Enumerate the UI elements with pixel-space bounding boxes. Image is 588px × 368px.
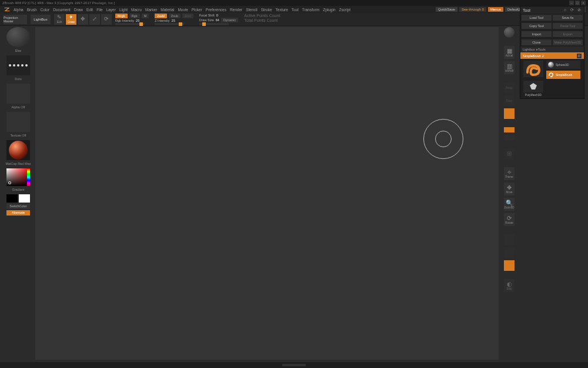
title-bar: ZBrush 4R8 P2 [CTL] 4R8 - Max 3 [Copyrig… (0, 0, 588, 6)
zadd-toggle[interactable]: Zadd (155, 14, 167, 18)
brush-swatch[interactable] (6, 27, 30, 47)
menu-transform[interactable]: Transform (300, 8, 321, 12)
menu-color[interactable]: Color (39, 8, 52, 12)
z-intensity-slider[interactable] (155, 23, 184, 25)
stroke-swatch[interactable] (6, 55, 30, 75)
move-nav-button[interactable]: ✥Move (504, 183, 514, 195)
zoom3d-button[interactable]: 🔍Zoom3D (504, 198, 514, 211)
seethrough-slider[interactable]: See-through 0 (459, 7, 486, 12)
frame-button[interactable]: ✧Frame (504, 167, 514, 180)
primary-color-swatch[interactable] (19, 194, 30, 203)
aahalf-button[interactable]: ▥AAHalf (504, 61, 514, 74)
color-picker[interactable] (6, 168, 30, 186)
simplebrush-mini-thumb[interactable]: SimpleBrush (546, 71, 580, 79)
window-close-icon[interactable]: × (581, 1, 586, 5)
local-button[interactable] (504, 108, 514, 119)
grid-button[interactable]: ⊞ (504, 148, 514, 159)
tool-r-button[interactable]: R (577, 54, 582, 58)
menu-render[interactable]: Render (228, 8, 244, 12)
menu-material[interactable]: Material (159, 8, 176, 12)
make-polymesh-button[interactable]: Make PolyMesh3D (553, 39, 583, 45)
menu-brush[interactable]: Brush (25, 8, 39, 12)
menu-texture[interactable]: Texture (274, 8, 290, 12)
texture-swatch[interactable] (6, 112, 30, 132)
menu-stencil[interactable]: Stencil (244, 8, 259, 12)
menu-file[interactable]: File (95, 8, 104, 12)
scale-mode-button[interactable]: ⤢ (89, 14, 100, 25)
focal-shift-label: Focal Shift (199, 14, 215, 17)
solo-button[interactable] (504, 260, 514, 271)
rgb-toggle[interactable]: Rgb (129, 14, 140, 18)
rgb-intensity-slider[interactable] (115, 23, 145, 25)
sphere3d-thumb[interactable]: Sphere3D (546, 61, 580, 69)
actual-size-button[interactable]: ▦Actual (504, 46, 514, 59)
polyf-button[interactable] (504, 234, 514, 245)
draw-size-slider[interactable] (199, 23, 229, 25)
alternate-button[interactable]: Alternate (6, 210, 30, 216)
menus-toggle[interactable]: Menus (488, 7, 503, 12)
stroke-label: Dots (5, 77, 31, 81)
floor-button[interactable]: Floor (504, 95, 514, 106)
switch-color-button[interactable]: SwitchColor (6, 204, 30, 209)
app-title: ZBrush 4R8 P2 [CTL] 4R8 - Max 3 [Copyrig… (2, 1, 115, 5)
alpha-swatch[interactable] (6, 84, 30, 104)
export-button[interactable]: Export (553, 31, 583, 37)
panel-collapse-icon[interactable]: ⟳ (570, 8, 574, 12)
panel-close-icon[interactable]: ⊘ (577, 8, 582, 12)
transp-button[interactable] (504, 247, 514, 258)
menu-layer[interactable]: Layer (105, 8, 118, 12)
current-tool-strip[interactable]: SimpleBrush 2 R (520, 52, 584, 59)
canvas-viewport[interactable] (35, 27, 499, 360)
alpha-label: Alpha Off (5, 105, 31, 109)
clone-button[interactable]: Clone (522, 39, 552, 45)
menu-preferences[interactable]: Preferences (204, 8, 228, 12)
mrgb-toggle[interactable]: Mrgb (115, 14, 128, 18)
paste-tool-button[interactable]: Paste Tool (553, 23, 583, 29)
menu-stroke[interactable]: Stroke (259, 8, 274, 12)
window-max-icon[interactable]: □ (575, 1, 580, 5)
move-mode-button[interactable]: ✥ (78, 14, 88, 25)
menu-zscript[interactable]: Zscript (338, 8, 353, 12)
menu-document[interactable]: Document (51, 8, 72, 12)
simplebrush-thumb[interactable] (522, 61, 544, 79)
polymesh3d-thumb[interactable]: PolyMesh3D (522, 81, 544, 97)
menu-tool[interactable]: Tool (290, 8, 300, 12)
projection-master-button[interactable]: Projection Master (4, 15, 27, 24)
menu-light[interactable]: Light (118, 8, 129, 12)
dynamic-toggle[interactable]: Dynamic (221, 18, 238, 22)
menu-edit[interactable]: Edit (85, 8, 95, 12)
zcut-toggle[interactable]: Zcut (182, 14, 193, 18)
rotate-mode-button[interactable]: ⟳ (101, 14, 112, 25)
window-min-icon[interactable]: – (569, 1, 574, 5)
rotate-nav-button[interactable]: ⟳Rotate (504, 213, 514, 226)
load-tool-button[interactable]: Load Tool (522, 15, 552, 21)
xpose-button[interactable] (504, 135, 514, 140)
gradient-label: Gradient (5, 188, 31, 191)
menu-zplugin[interactable]: Zplugin (321, 8, 337, 12)
quicksave-button[interactable]: QuickSave (436, 7, 457, 12)
edit-mode-button[interactable]: ✎Edit (54, 14, 65, 25)
secondary-color-swatch[interactable] (6, 194, 18, 203)
draw-mode-button[interactable]: ✦Draw (66, 14, 76, 25)
lightbox-tools-row[interactable]: Lightbox▸Tools (520, 47, 584, 52)
bpr-render-icon[interactable] (504, 27, 514, 38)
import-button[interactable]: Import (522, 31, 552, 37)
zsub-toggle[interactable]: Zsub (169, 14, 181, 18)
menu-marker[interactable]: Marker (143, 8, 159, 12)
material-swatch[interactable] (6, 140, 30, 160)
menu-picker[interactable]: Picker (190, 8, 204, 12)
copy-tool-button[interactable]: Copy Tool (522, 23, 552, 29)
save-as-button[interactable]: Save As (553, 15, 583, 21)
lightbox-button[interactable]: LightBox (31, 15, 51, 24)
m-toggle[interactable]: M (142, 14, 149, 18)
panel-pin-icon[interactable]: ⌂ (563, 8, 567, 12)
lsym-button[interactable] (504, 127, 514, 132)
tool-panel: Tool ⌂ ⟳ ⊘ Load Tool Save As Copy Tool P… (520, 6, 584, 99)
menu-macro[interactable]: Macro (129, 8, 143, 12)
persp-button[interactable]: Persp (504, 82, 514, 93)
menu-draw[interactable]: Draw (72, 8, 85, 12)
tray-grip-icon[interactable] (282, 364, 306, 366)
menu-alpha[interactable]: Alpha (12, 8, 25, 12)
solo-nav-button[interactable]: ◐Solo (504, 279, 514, 292)
menu-movie[interactable]: Movie (176, 8, 189, 12)
